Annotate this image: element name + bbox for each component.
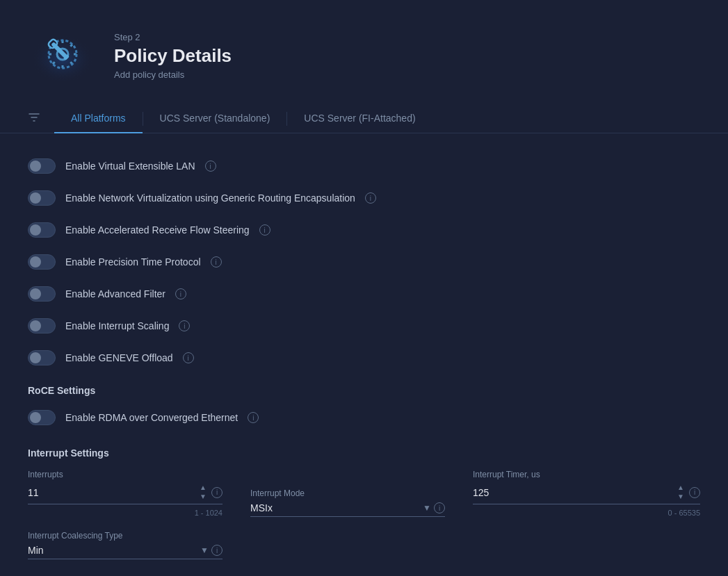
tab-ucs-standalone[interactable]: UCS Server (Standalone): [143, 104, 287, 133]
interrupts-increment[interactable]: ▲: [197, 484, 209, 492]
toggle-label-nvgre: Enable Network Virtualization using Gene…: [65, 192, 355, 204]
info-icon-nvgre[interactable]: i: [365, 192, 376, 204]
info-icon-interrupts[interactable]: i: [211, 487, 223, 498]
interrupts-spinner: ▲ ▼: [197, 484, 209, 501]
filter-icon[interactable]: [28, 111, 40, 126]
interrupt-mode-chevron: ▼: [423, 503, 431, 513]
toggle-label-rdma: Enable RDMA over Converged Ethernet: [65, 412, 238, 423]
toggle-arfs[interactable]: [28, 222, 56, 238]
info-icon-rdma[interactable]: i: [248, 412, 259, 423]
toggle-vxlan[interactable]: [28, 158, 56, 174]
info-icon-ptp[interactable]: i: [211, 256, 222, 268]
interrupts-field-group: Interrupts ▲ ▼ i 1 - 1024: [28, 470, 223, 517]
header-text-block: Step 2 Policy Details Add policy details: [114, 32, 232, 80]
interrupts-decrement[interactable]: ▼: [197, 493, 209, 501]
info-icon-geneve[interactable]: i: [183, 352, 194, 363]
toggle-row-geneve: Enable GENEVE Offload i: [28, 342, 700, 374]
interrupts-label: Interrupts: [28, 470, 223, 479]
content-area: Enable Virtual Extensible LAN i Enable N…: [0, 150, 728, 559]
coalescing-label: Interrupt Coalescing Type: [28, 531, 223, 541]
interrupts-input-wrap: ▲ ▼ i: [28, 484, 223, 504]
toggle-row-rdma: Enable RDMA over Converged Ethernet i: [28, 402, 700, 434]
interrupt-timer-decrement[interactable]: ▼: [675, 493, 686, 501]
interrupt-timer-increment[interactable]: ▲: [675, 484, 686, 492]
toggle-row-arfs: Enable Accelerated Receive Flow Steering…: [28, 214, 700, 246]
toggle-geneve[interactable]: [28, 350, 56, 365]
info-icon-coalescing[interactable]: i: [211, 545, 223, 556]
toggle-row-adv-filter: Enable Advanced Filter i: [28, 278, 700, 310]
coalescing-fields-row: Interrupt Coalescing Type Min ▼ i: [28, 531, 700, 559]
info-icon-interrupt-mode[interactable]: i: [434, 502, 445, 513]
coalescing-chevron: ▼: [200, 545, 209, 555]
info-icon-int-scaling[interactable]: i: [179, 320, 190, 331]
info-icon-interrupt-timer[interactable]: i: [689, 487, 700, 498]
toggle-label-arfs: Enable Accelerated Receive Flow Steering: [65, 224, 250, 236]
interrupt-fields-row: Interrupts ▲ ▼ i 1 - 1024 Interrupt Mode…: [28, 470, 700, 517]
interrupts-range: 1 - 1024: [28, 509, 223, 517]
info-icon-adv-filter[interactable]: i: [175, 288, 186, 299]
interrupt-section-header: Interrupt Settings: [28, 434, 700, 470]
coalescing-select[interactable]: Min ▼ i: [28, 545, 223, 559]
svg-line-8: [53, 62, 55, 64]
toggle-label-int-scaling: Enable Interrupt Scaling: [65, 320, 169, 331]
tab-ucs-fi-attached[interactable]: UCS Server (FI-Attached): [287, 104, 432, 133]
page-header: Step 2 Policy Details Add policy details: [0, 0, 728, 104]
policy-icon: [28, 21, 97, 90]
page-title: Policy Details: [114, 45, 232, 67]
toggle-ptp[interactable]: [28, 254, 56, 270]
toggle-label-vxlan: Enable Virtual Extensible LAN: [65, 161, 195, 172]
interrupts-input[interactable]: [28, 487, 195, 498]
toggle-row-ptp: Enable Precision Time Protocol i: [28, 246, 700, 278]
toggle-row-nvgre: Enable Network Virtualization using Gene…: [28, 182, 700, 214]
toggle-label-geneve: Enable GENEVE Offload: [65, 352, 173, 363]
tabs-row: All Platforms UCS Server (Standalone) UC…: [0, 104, 728, 133]
page-subtitle: Add policy details: [114, 69, 232, 80]
roce-section-header: RoCE Settings: [28, 374, 700, 402]
toggle-row-int-scaling: Enable Interrupt Scaling i: [28, 310, 700, 342]
toggle-label-ptp: Enable Precision Time Protocol: [65, 256, 201, 268]
info-icon-vxlan[interactable]: i: [205, 161, 216, 172]
interrupt-timer-spinner: ▲ ▼: [675, 484, 686, 501]
toggle-row-vxlan: Enable Virtual Extensible LAN i: [28, 150, 700, 182]
toggle-label-adv-filter: Enable Advanced Filter: [65, 288, 165, 299]
info-icon-arfs[interactable]: i: [259, 224, 270, 236]
interrupt-timer-input[interactable]: [473, 487, 672, 498]
toggle-adv-filter[interactable]: [28, 286, 56, 302]
interrupt-timer-input-wrap: ▲ ▼ i: [473, 484, 700, 504]
coalescing-field-group: Interrupt Coalescing Type Min ▼ i: [28, 531, 223, 559]
toggle-int-scaling[interactable]: [28, 318, 56, 334]
interrupt-timer-range: 0 - 65535: [473, 509, 700, 517]
tab-all-platforms[interactable]: All Platforms: [54, 104, 143, 133]
interrupt-timer-label: Interrupt Timer, us: [473, 470, 700, 479]
coalescing-value: Min: [28, 545, 197, 556]
interrupt-mode-field-group: Interrupt Mode MSIx ▼ i: [250, 488, 445, 517]
toggle-rdma[interactable]: [28, 410, 56, 425]
step-label: Step 2: [114, 32, 232, 42]
toggle-nvgre[interactable]: [28, 190, 56, 206]
interrupt-mode-select[interactable]: MSIx ▼ i: [250, 502, 445, 517]
interrupt-mode-label: Interrupt Mode: [250, 488, 445, 498]
interrupt-mode-value: MSIx: [250, 502, 420, 513]
interrupt-timer-field-group: Interrupt Timer, us ▲ ▼ i 0 - 65535: [473, 470, 700, 517]
